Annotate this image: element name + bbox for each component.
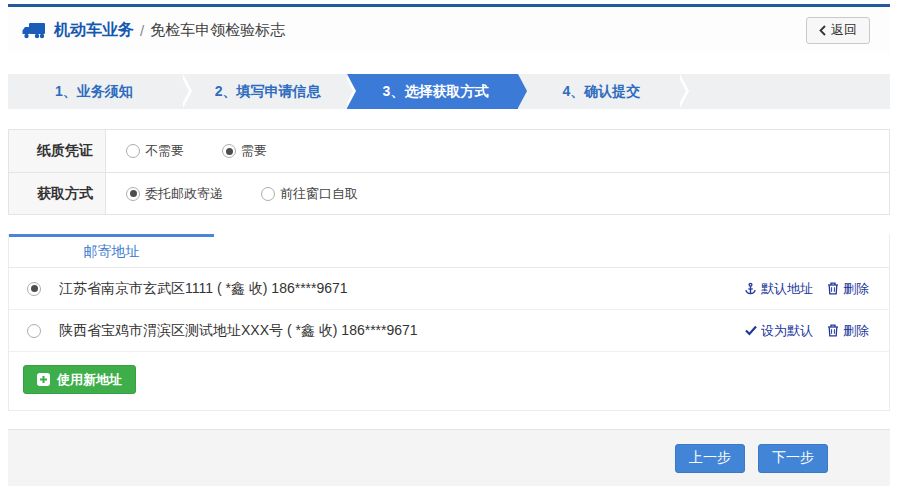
radio-label: 委托邮政寄递 [145, 185, 223, 203]
address-text: 陕西省宝鸡市渭滨区测试地址XXX号 ( *鑫 收) 186****9671 [59, 322, 745, 340]
radio-icon[interactable] [261, 187, 275, 201]
radio-option-postal-delivery[interactable]: 委托邮政寄递 [126, 185, 223, 203]
address-tab-bar: 邮寄地址 [9, 234, 889, 268]
step-tab-3-label: 3、选择获取方式 [383, 83, 489, 101]
radio-checked-icon[interactable] [222, 144, 236, 158]
form-row-paper-voucher: 纸质凭证 不需要 需要 [9, 130, 889, 172]
delete-label: 删除 [843, 280, 869, 298]
plus-icon [37, 373, 50, 386]
address-row-1[interactable]: 江苏省南京市玄武区1111 ( *鑫 收) 186****9671 默认地址 [9, 268, 889, 310]
page: 机动车业务 / 免检车申领检验标志 返回 1、业务须知 2、填写申请信息 3、选… [8, 4, 890, 486]
obtain-method-label: 获取方式 [9, 173, 106, 214]
form-row-obtain-method: 获取方式 委托邮政寄递 前往窗口自取 [9, 172, 889, 214]
address-row-2[interactable]: 陕西省宝鸡市渭滨区测试地址XXX号 ( *鑫 收) 186****9671 设为… [9, 310, 889, 352]
anchor-icon [744, 282, 757, 296]
radio-icon[interactable] [126, 144, 140, 158]
step-tab-3-active[interactable]: 3、选择获取方式 [347, 74, 519, 109]
delete-label: 删除 [843, 322, 869, 340]
radio-checked-icon[interactable] [126, 187, 140, 201]
address-radio-selected[interactable] [27, 282, 41, 296]
options-form: 纸质凭证 不需要 需要 获取方式 委托邮政寄递 [8, 129, 890, 215]
delete-address-link[interactable]: 删除 [827, 280, 869, 298]
radio-label: 前往窗口自取 [280, 185, 358, 203]
radio-option-no-need[interactable]: 不需要 [126, 142, 184, 160]
address-text: 江苏省南京市玄武区1111 ( *鑫 收) 186****9671 [59, 280, 744, 298]
breadcrumb-separator: / [140, 22, 144, 39]
page-category: 机动车业务 [54, 20, 134, 41]
previous-step-button[interactable]: 上一步 [675, 444, 745, 473]
step-tab-4[interactable]: 4、确认提交 [518, 74, 680, 109]
set-default-label: 设为默认 [761, 322, 813, 340]
back-button[interactable]: 返回 [806, 17, 870, 44]
default-address-label: 默认地址 [761, 280, 813, 298]
header-bar: 机动车业务 / 免检车申领检验标志 返回 [8, 7, 890, 53]
step-tab-4-label: 4、确认提交 [562, 83, 640, 101]
step-tab-2-label: 2、填写申请信息 [215, 83, 321, 101]
trash-icon [827, 282, 839, 295]
default-address-link[interactable]: 默认地址 [744, 280, 813, 298]
address-radio-unselected[interactable] [27, 324, 41, 338]
step-tab-1-label: 1、业务须知 [55, 83, 133, 101]
delete-address-link[interactable]: 删除 [827, 322, 869, 340]
use-new-address-label: 使用新地址 [57, 371, 122, 389]
mailing-address-panel: 邮寄地址 江苏省南京市玄武区1111 ( *鑫 收) 186****9671 [8, 234, 890, 411]
truck-icon [22, 21, 46, 39]
radio-label: 需要 [241, 142, 267, 160]
chevron-left-icon [819, 25, 826, 36]
paper-voucher-label: 纸质凭证 [9, 130, 106, 172]
tab-mailing-address[interactable]: 邮寄地址 [9, 234, 214, 267]
radio-label: 不需要 [145, 142, 184, 160]
step-tab-2[interactable]: 2、填写申请信息 [183, 74, 347, 109]
page-title: 免检车申领检验标志 [150, 21, 285, 40]
step-tab-1[interactable]: 1、业务须知 [8, 74, 183, 109]
back-button-label: 返回 [831, 21, 857, 39]
use-new-address-button[interactable]: 使用新地址 [23, 365, 136, 394]
radio-option-window-pickup[interactable]: 前往窗口自取 [261, 185, 358, 203]
check-icon [745, 325, 757, 336]
next-step-button[interactable]: 下一步 [758, 444, 828, 473]
footer-action-bar: 上一步 下一步 [8, 429, 890, 486]
step-tabs: 1、业务须知 2、填写申请信息 3、选择获取方式 4、确认提交 [8, 74, 890, 109]
radio-option-need[interactable]: 需要 [222, 142, 267, 160]
tab-mailing-address-label: 邮寄地址 [84, 243, 140, 261]
set-default-link[interactable]: 设为默认 [745, 322, 813, 340]
trash-icon [827, 324, 839, 337]
new-address-row: 使用新地址 [9, 352, 889, 410]
